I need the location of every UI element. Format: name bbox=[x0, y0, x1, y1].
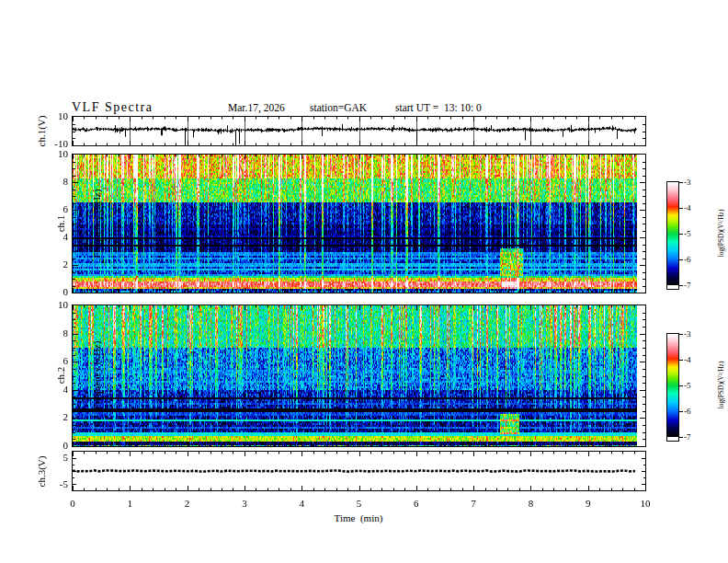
y-tick-label: 2 bbox=[37, 259, 68, 270]
colorbar-tick-mark bbox=[679, 411, 683, 412]
colorbar-tick-label: -3 bbox=[684, 329, 704, 339]
colorbar-tick-mark bbox=[679, 259, 683, 260]
y-tick-label: 6 bbox=[37, 203, 68, 215]
y-tick-label: 8 bbox=[37, 176, 68, 188]
colorbar-tick-mark bbox=[679, 385, 683, 386]
x-tick-label: 1 bbox=[116, 498, 143, 510]
x-tick-label: 0 bbox=[59, 498, 86, 510]
plot-start-ut: start UT = 13: 10: 0 bbox=[395, 102, 482, 113]
spec2-axis-label-channel: ch.2 bbox=[55, 302, 67, 449]
plot-title: VLF Spectra bbox=[72, 100, 153, 115]
colorbar-tick-label: -7 bbox=[684, 432, 704, 442]
y-tick-label: 6 bbox=[37, 355, 68, 367]
colorbar-2-label: log(PSD)(V²/Hz) bbox=[717, 335, 725, 436]
colorbar-tick-mark bbox=[679, 208, 683, 209]
ch1-spectrogram-canvas bbox=[73, 155, 645, 293]
x-tick-label: 8 bbox=[517, 498, 544, 510]
spec1-axis-label-channel: ch.1 bbox=[55, 150, 67, 297]
colorbar-2-canvas bbox=[667, 334, 678, 437]
colorbar-tick-label: -5 bbox=[684, 229, 704, 238]
x-tick-label: 7 bbox=[460, 498, 487, 510]
colorbar-tick-label: -7 bbox=[684, 281, 704, 290]
ch1-voltage-trace-canvas bbox=[73, 117, 645, 145]
y-tick-label: 0 bbox=[37, 440, 68, 452]
x-tick-label: 4 bbox=[288, 498, 315, 510]
colorbar-tick-mark bbox=[679, 234, 683, 235]
y-tick-label: 10 bbox=[37, 299, 68, 311]
x-tick-label: 5 bbox=[346, 498, 373, 510]
ch2-spectrogram-canvas bbox=[73, 305, 645, 446]
x-tick-label: 10 bbox=[631, 498, 659, 510]
y-tick-label: -5 bbox=[37, 478, 68, 490]
colorbar-tick-label: -4 bbox=[684, 355, 704, 364]
colorbar-tick-label: -6 bbox=[684, 407, 704, 416]
spec1-axis-label-units: Frequency (kHz) bbox=[91, 150, 103, 297]
y-tick-label: 2 bbox=[37, 411, 68, 423]
ch3-voltage-trace-canvas bbox=[73, 452, 645, 490]
plot-date: Mar.17, 2026 bbox=[228, 102, 285, 113]
colorbar-1-label: log(PSD)(V²/Hz) bbox=[717, 183, 725, 284]
colorbar-tick-label: -5 bbox=[684, 381, 704, 390]
spec1-axis-label: ch.1 Frequency (kHz) bbox=[31, 150, 53, 297]
colorbar-tick-label: -3 bbox=[684, 178, 704, 187]
colorbar-tick-mark bbox=[679, 182, 683, 183]
colorbar-tick-label: -6 bbox=[684, 255, 704, 264]
y-tick-label: 0 bbox=[37, 286, 68, 298]
colorbar-1 bbox=[666, 181, 679, 290]
ch1-voltage-panel bbox=[72, 116, 646, 146]
colorbar-tick-mark bbox=[679, 285, 683, 286]
colorbar-tick-mark bbox=[679, 360, 683, 361]
ch1-spectrogram-panel bbox=[72, 154, 646, 293]
y-tick-label: 4 bbox=[37, 231, 68, 243]
x-tick-label: 2 bbox=[174, 498, 201, 510]
ch3-voltage-panel bbox=[72, 451, 646, 491]
vlf-spectra-plot: VLF Spectra Mar.17, 2026 station=GAK sta… bbox=[0, 0, 728, 563]
colorbar-2 bbox=[666, 333, 679, 442]
y-tick-label: 8 bbox=[37, 327, 68, 339]
colorbar-1-canvas bbox=[667, 182, 678, 285]
x-tick-label: 9 bbox=[574, 498, 602, 510]
y-tick-label: 10 bbox=[37, 110, 68, 122]
x-axis-label: Time (min) bbox=[303, 512, 414, 524]
plot-station: station=GAK bbox=[310, 102, 367, 113]
spec2-axis-label-units: Frequency (kHz) bbox=[91, 302, 103, 449]
y-tick-label: 5 bbox=[37, 452, 68, 464]
x-tick-label: 3 bbox=[231, 498, 258, 510]
y-tick-label: 4 bbox=[37, 384, 68, 396]
colorbar-tick-mark bbox=[679, 334, 683, 335]
x-tick-label: 6 bbox=[403, 498, 430, 510]
colorbar-tick-mark bbox=[679, 437, 683, 438]
colorbar-tick-label: -4 bbox=[684, 203, 704, 213]
y-tick-label: 10 bbox=[37, 148, 68, 160]
ch2-spectrogram-panel bbox=[72, 304, 646, 447]
spec2-axis-label: ch.2 Frequency (kHz) bbox=[31, 302, 53, 449]
